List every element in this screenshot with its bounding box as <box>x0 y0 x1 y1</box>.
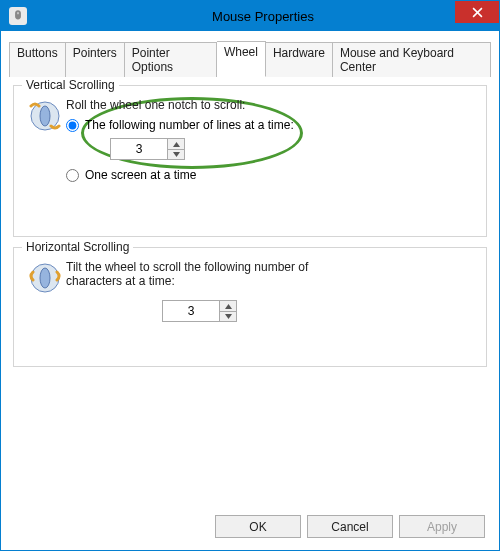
horizontal-wheel-icon <box>29 262 61 294</box>
chevron-down-icon <box>225 314 232 319</box>
apply-button[interactable]: Apply <box>399 515 485 538</box>
tab-wheel[interactable]: Wheel <box>217 41 266 77</box>
window-title: Mouse Properties <box>27 9 499 24</box>
lines-spin-down[interactable] <box>168 149 184 159</box>
radio-screen-row[interactable]: One screen at a time <box>66 168 476 182</box>
chars-value-input[interactable] <box>162 300 220 322</box>
vertical-scrolling-group: Vertical Scrolling Roll the wheel one no… <box>13 85 487 237</box>
cancel-button[interactable]: Cancel <box>307 515 393 538</box>
tab-mouse-and-keyboard-center[interactable]: Mouse and Keyboard Center <box>333 42 491 77</box>
lines-spinner <box>110 138 476 160</box>
tab-buttons[interactable]: Buttons <box>9 42 66 77</box>
titlebar: Mouse Properties <box>1 1 499 31</box>
tab-body-wheel: Vertical Scrolling Roll the wheel one no… <box>9 77 491 507</box>
chevron-up-icon <box>225 304 232 309</box>
mouse-icon <box>9 7 27 25</box>
mouse-properties-window: Mouse Properties Buttons Pointers Pointe… <box>0 0 500 551</box>
radio-screen[interactable] <box>66 169 79 182</box>
vertical-content: Roll the wheel one notch to scroll: The … <box>66 98 476 186</box>
radio-screen-label: One screen at a time <box>85 168 196 182</box>
chevron-up-icon <box>173 142 180 147</box>
horizontal-instruction: Tilt the wheel to scroll the following n… <box>66 260 346 288</box>
chars-spinner <box>162 300 476 322</box>
vertical-instruction: Roll the wheel one notch to scroll: <box>66 98 476 112</box>
horizontal-group-label: Horizontal Scrolling <box>22 240 133 254</box>
tab-strip: Buttons Pointers Pointer Options Wheel H… <box>9 41 491 77</box>
tab-hardware[interactable]: Hardware <box>266 42 333 77</box>
horizontal-content: Tilt the wheel to scroll the following n… <box>66 260 476 330</box>
radio-lines[interactable] <box>66 119 79 132</box>
vertical-row: Roll the wheel one notch to scroll: The … <box>24 98 476 186</box>
vertical-wheel-icon <box>29 100 61 132</box>
radio-lines-row[interactable]: The following number of lines at a time: <box>66 118 476 132</box>
lines-spin-up[interactable] <box>168 139 184 149</box>
tab-pointer-options[interactable]: Pointer Options <box>125 42 217 77</box>
chars-spin-buttons <box>220 300 237 322</box>
chevron-down-icon <box>173 152 180 157</box>
lines-value-input[interactable] <box>110 138 168 160</box>
vertical-group-label: Vertical Scrolling <box>22 78 119 92</box>
horizontal-row: Tilt the wheel to scroll the following n… <box>24 260 476 330</box>
client-area: Buttons Pointers Pointer Options Wheel H… <box>1 31 499 550</box>
horizontal-scrolling-group: Horizontal Scrolling Tilt the wheel to s… <box>13 247 487 367</box>
close-button[interactable] <box>455 1 499 23</box>
horizontal-icon-col <box>24 260 66 294</box>
ok-button[interactable]: OK <box>215 515 301 538</box>
lines-spin-buttons <box>168 138 185 160</box>
tab-pointers[interactable]: Pointers <box>66 42 125 77</box>
dialog-buttons: OK Cancel Apply <box>9 507 491 542</box>
radio-lines-label: The following number of lines at a time: <box>85 118 294 132</box>
chars-spin-up[interactable] <box>220 301 236 311</box>
vertical-icon-col <box>24 98 66 132</box>
close-icon <box>472 7 483 18</box>
chars-spin-down[interactable] <box>220 311 236 321</box>
